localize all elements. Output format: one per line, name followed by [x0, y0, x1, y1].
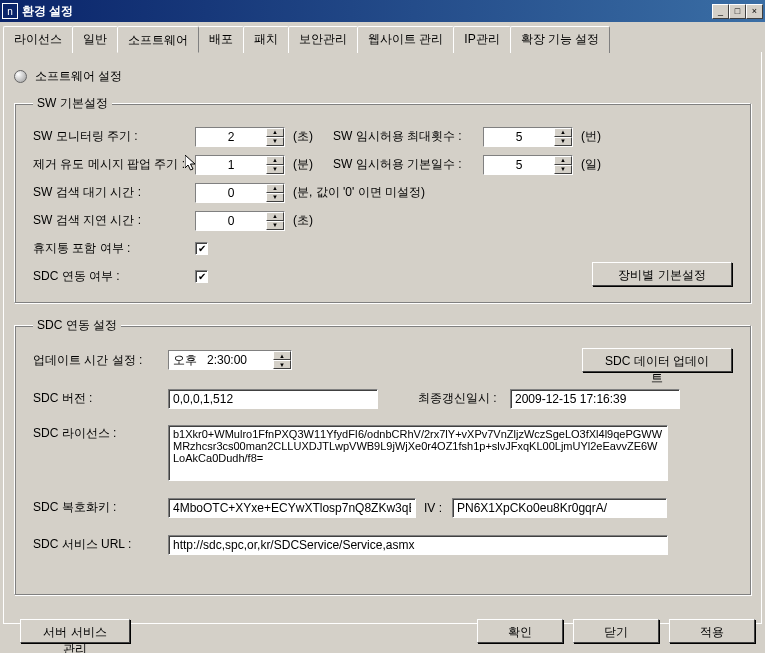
spinner-popup[interactable]: ▲▼ [195, 155, 285, 175]
input-popup[interactable] [196, 156, 266, 174]
server-service-button[interactable]: 서버 서비스 관리 [20, 619, 130, 643]
label-default-days: SW 임시허용 기본일수 : [333, 156, 483, 173]
close-footer-button[interactable]: 닫기 [573, 619, 659, 643]
tab-6[interactable]: 웹사이트 관리 [357, 26, 454, 53]
label-sdc-version: SDC 버전 : [33, 390, 168, 407]
spin-up-icon[interactable]: ▲ [273, 351, 291, 360]
label-monitoring: SW 모니터링 주기 : [33, 128, 195, 145]
tab-panel-software: 소프트웨어 설정 SW 기본설정 SW 모니터링 주기 : ▲▼ (초) SW … [3, 52, 762, 624]
minimize-button[interactable]: _ [712, 4, 729, 19]
spin-up-icon[interactable]: ▲ [266, 184, 284, 193]
input-default-days[interactable] [484, 156, 554, 174]
unit-monitoring: (초) [293, 128, 333, 145]
section-bullet-icon [14, 70, 27, 83]
tab-0[interactable]: 라이선스 [3, 26, 73, 53]
spin-up-icon[interactable]: ▲ [266, 212, 284, 221]
label-update-time: 업데이트 시간 설정 : [33, 352, 168, 369]
input-delay[interactable] [196, 212, 266, 230]
label-max-temp: SW 임시허용 최대횟수 : [333, 128, 483, 145]
titlebar: n 환경 설정 _ □ × [0, 0, 765, 22]
section-heading: 소프트웨어 설정 [35, 68, 122, 85]
textarea-sdc-license[interactable] [168, 425, 668, 481]
spinner-default-days[interactable]: ▲▼ [483, 155, 573, 175]
spinner-monitoring[interactable]: ▲▼ [195, 127, 285, 147]
unit-default-days: (일) [581, 156, 621, 173]
label-popup: 제거 유도 메시지 팝업 주기 : [33, 156, 195, 173]
spin-down-icon[interactable]: ▼ [273, 360, 291, 369]
label-decrypt-key: SDC 복호화키 : [33, 499, 168, 516]
unit-wait: (분, 값이 '0' 이면 미설정) [293, 184, 463, 201]
spin-up-icon[interactable]: ▲ [266, 156, 284, 165]
spin-down-icon[interactable]: ▼ [266, 137, 284, 146]
spinner-max-temp[interactable]: ▲▼ [483, 127, 573, 147]
close-button[interactable]: × [746, 4, 763, 19]
spin-down-icon[interactable]: ▼ [266, 221, 284, 230]
input-update-time[interactable] [169, 351, 273, 369]
input-service-url[interactable] [168, 535, 668, 555]
tab-8[interactable]: 확장 기능 설정 [510, 26, 611, 53]
unit-max-temp: (번) [581, 128, 621, 145]
input-monitoring[interactable] [196, 128, 266, 146]
label-include-recycle: 휴지통 포함 여부 : [33, 240, 195, 257]
input-sdc-version[interactable] [168, 389, 378, 409]
label-wait: SW 검색 대기 시간 : [33, 184, 195, 201]
spin-down-icon[interactable]: ▼ [266, 193, 284, 202]
tab-5[interactable]: 보안관리 [288, 26, 358, 53]
legend-sw-basic: SW 기본설정 [33, 95, 112, 112]
label-last-update: 최종갱신일시 : [418, 390, 510, 407]
legend-sdc: SDC 연동 설정 [33, 317, 121, 334]
tab-bar: 라이선스일반소프트웨어배포패치보안관리웹사이트 관리IP관리확장 기능 설정 [3, 26, 762, 53]
app-icon: n [2, 3, 18, 19]
label-iv: IV : [424, 501, 452, 515]
spin-down-icon[interactable]: ▼ [554, 137, 572, 146]
sdc-data-update-button[interactable]: SDC 데이터 업데이트 [582, 348, 732, 372]
fieldset-sdc: SDC 연동 설정 업데이트 시간 설정 : ▲▼ SDC 데이터 업데이트 S… [14, 317, 751, 595]
label-service-url: SDC 서비스 URL : [33, 536, 168, 553]
device-default-button[interactable]: 장비별 기본설정 [592, 262, 732, 286]
checkbox-sdc-link[interactable]: ✔ [195, 270, 208, 283]
tab-3[interactable]: 배포 [198, 26, 244, 53]
ok-button[interactable]: 확인 [477, 619, 563, 643]
label-delay: SW 검색 지연 시간 : [33, 212, 195, 229]
input-decrypt-key[interactable] [168, 498, 416, 518]
tab-4[interactable]: 패치 [243, 26, 289, 53]
input-last-update[interactable] [510, 389, 680, 409]
spin-up-icon[interactable]: ▲ [554, 128, 572, 137]
input-wait[interactable] [196, 184, 266, 202]
label-sdc-link: SDC 연동 여부 : [33, 268, 195, 285]
time-spinner[interactable]: ▲▼ [168, 350, 292, 370]
input-max-temp[interactable] [484, 128, 554, 146]
apply-button[interactable]: 적용 [669, 619, 755, 643]
checkbox-include-recycle[interactable]: ✔ [195, 242, 208, 255]
maximize-button[interactable]: □ [729, 4, 746, 19]
fieldset-sw-basic: SW 기본설정 SW 모니터링 주기 : ▲▼ (초) SW 임시허용 최대횟수… [14, 95, 751, 303]
tab-2[interactable]: 소프트웨어 [117, 26, 199, 53]
spinner-delay[interactable]: ▲▼ [195, 211, 285, 231]
spinner-wait[interactable]: ▲▼ [195, 183, 285, 203]
label-sdc-license: SDC 라이선스 : [33, 425, 168, 442]
spin-up-icon[interactable]: ▲ [554, 156, 572, 165]
spin-down-icon[interactable]: ▼ [554, 165, 572, 174]
window-title: 환경 설정 [22, 3, 712, 20]
tab-1[interactable]: 일반 [72, 26, 118, 53]
footer-bar: 서버 서비스 관리 확인 닫기 적용 [10, 619, 755, 643]
spin-up-icon[interactable]: ▲ [266, 128, 284, 137]
tab-7[interactable]: IP관리 [453, 26, 510, 53]
unit-popup: (분) [293, 156, 333, 173]
unit-delay: (초) [293, 212, 333, 229]
input-iv[interactable] [452, 498, 667, 518]
spin-down-icon[interactable]: ▼ [266, 165, 284, 174]
